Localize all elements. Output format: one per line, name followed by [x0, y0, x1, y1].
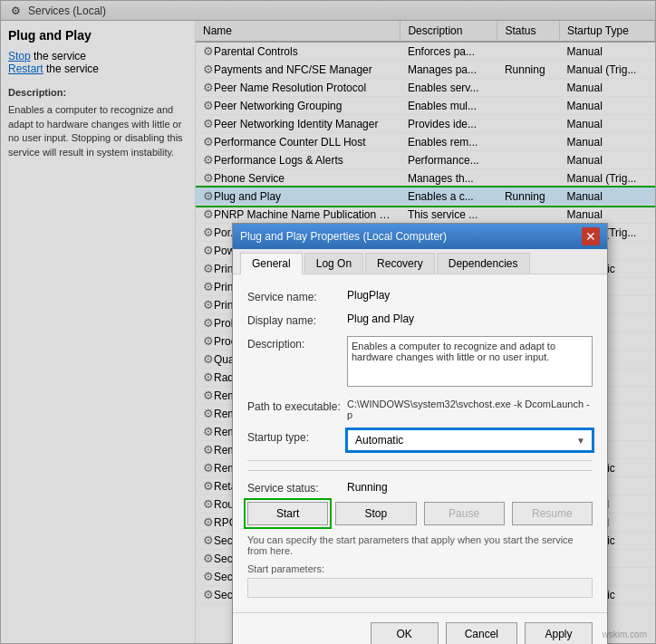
- services-window: ⚙ Services (Local) Plug and Play Stop th…: [0, 0, 656, 644]
- stop-button[interactable]: Stop: [335, 502, 416, 525]
- tab-recovery[interactable]: Recovery: [365, 253, 435, 274]
- display-name-row: Display name: Plug and Play: [247, 312, 593, 327]
- path-value: C:\WINDOWS\system32\svchost.exe -k DcomL…: [347, 399, 593, 420]
- service-name-label: Service name:: [247, 289, 347, 303]
- dialog-footer: OK Cancel Apply: [233, 612, 607, 644]
- dialog-close-button[interactable]: ✕: [582, 227, 600, 245]
- cancel-button[interactable]: Cancel: [446, 622, 517, 644]
- start-params-label: Start parameters:: [247, 563, 593, 574]
- tab-logon[interactable]: Log On: [304, 253, 363, 274]
- description-field-wrapper: Enables a computer to recognize and adap…: [347, 336, 593, 389]
- status-label: Service status:: [247, 480, 347, 495]
- dialog-title-text: Plug and Play Properties (Local Computer…: [240, 230, 447, 243]
- dialog-overlay: Plug and Play Properties (Local Computer…: [1, 1, 655, 643]
- tab-dependencies[interactable]: Dependencies: [437, 253, 530, 274]
- dialog-separator: [247, 460, 593, 461]
- pause-button[interactable]: Pause: [424, 502, 505, 525]
- properties-dialog: Plug and Play Properties (Local Computer…: [232, 223, 608, 644]
- watermark: wskim.com: [603, 630, 647, 639]
- start-params-input[interactable]: [247, 578, 593, 598]
- display-name-label: Display name:: [247, 312, 347, 327]
- path-row: Path to executable: C:\WINDOWS\system32\…: [247, 399, 593, 420]
- status-value: Running: [347, 481, 593, 494]
- start-button[interactable]: Start: [247, 502, 328, 525]
- apply-button[interactable]: Apply: [525, 622, 593, 644]
- ok-button[interactable]: OK: [371, 622, 439, 644]
- resume-button[interactable]: Resume: [512, 502, 593, 525]
- startup-type-row: Startup type: Automatic Automatic (Delay…: [247, 429, 593, 451]
- status-row: Service status: Running: [247, 480, 593, 495]
- startup-label: Startup type:: [247, 429, 347, 444]
- service-action-buttons: Start Stop Pause Resume: [247, 502, 593, 525]
- service-name-row: Service name: PlugPlay: [247, 289, 593, 303]
- display-name-value: Plug and Play: [347, 312, 593, 325]
- description-label: Description:: [247, 336, 347, 351]
- start-params-section: You can specify the start parameters tha…: [247, 534, 593, 598]
- startup-type-select[interactable]: Automatic Automatic (Delayed Start) Manu…: [347, 429, 593, 451]
- start-params-text: You can specify the start parameters tha…: [247, 534, 593, 556]
- description-textarea[interactable]: Enables a computer to recognize and adap…: [347, 336, 593, 387]
- tab-general[interactable]: General: [240, 253, 303, 274]
- description-row: Description: Enables a computer to recog…: [247, 336, 593, 389]
- dialog-titlebar: Plug and Play Properties (Local Computer…: [233, 224, 607, 249]
- service-name-value: PlugPlay: [347, 289, 593, 302]
- dialog-body: Service name: PlugPlay Display name: Plu…: [233, 274, 607, 612]
- path-label: Path to executable:: [247, 399, 347, 413]
- dialog-tabs: General Log On Recovery Dependencies: [233, 249, 607, 274]
- status-section: Service status: Running Start Stop Pause…: [247, 470, 593, 525]
- startup-select-wrapper: Automatic Automatic (Delayed Start) Manu…: [347, 429, 593, 451]
